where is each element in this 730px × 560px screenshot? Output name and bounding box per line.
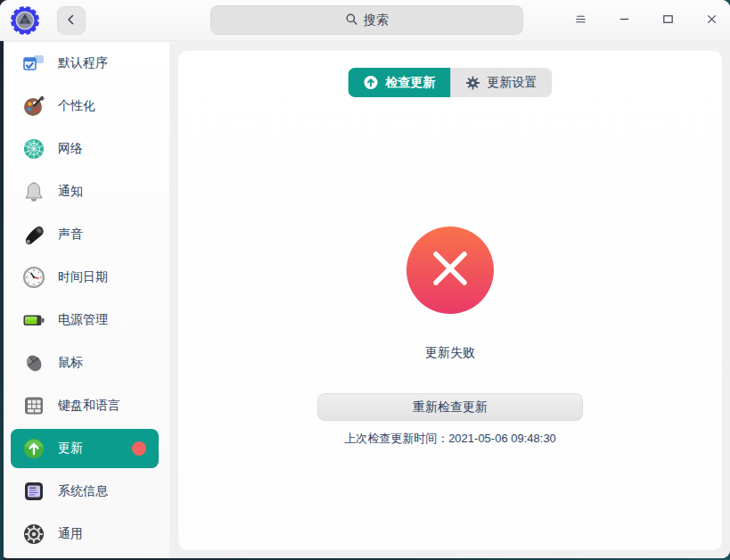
sidebar-item-label: 默认程序 <box>58 55 108 71</box>
window-controls <box>567 7 725 34</box>
titlebar: 搜索 <box>0 0 730 41</box>
system-info-icon <box>21 479 46 504</box>
search-placeholder: 搜索 <box>364 12 389 29</box>
update-icon <box>21 436 46 461</box>
mouse-icon <box>21 350 46 375</box>
network-icon <box>21 136 46 161</box>
sidebar-item-mouse[interactable]: 鼠标 <box>0 342 169 384</box>
back-button[interactable] <box>57 6 86 35</box>
sidebar-item-label: 更新 <box>58 441 83 457</box>
status-text: 更新失败 <box>178 345 722 361</box>
tab-check-updates[interactable]: 检查更新 <box>349 68 451 97</box>
close-button[interactable] <box>698 7 725 34</box>
sidebar-item-label: 键盘和语言 <box>58 398 120 414</box>
sidebar-item-keyboard-language[interactable]: 键盘和语言 <box>0 384 169 427</box>
tab-label: 更新设置 <box>488 75 537 91</box>
recheck-updates-button[interactable]: 重新检查更新 <box>317 393 583 421</box>
chevron-left-icon <box>64 12 78 29</box>
tab-label: 检查更新 <box>386 75 436 91</box>
sidebar-item-label: 通知 <box>58 184 83 200</box>
sidebar: 默认程序 个性化 网络 通知 声音 时间日期 电源管理 <box>0 42 169 558</box>
sidebar-item-label: 通用 <box>58 526 83 542</box>
sidebar-item-default-apps[interactable]: 默认程序 <box>0 42 169 85</box>
sidebar-item-label: 鼠标 <box>58 355 83 371</box>
sidebar-item-label: 个性化 <box>58 98 95 114</box>
power-icon <box>21 308 46 333</box>
sidebar-item-personalization[interactable]: 个性化 <box>0 85 169 128</box>
maximize-button[interactable] <box>654 7 681 34</box>
search-input[interactable]: 搜索 <box>210 5 523 35</box>
notifications-icon <box>21 179 46 204</box>
update-badge <box>132 441 146 456</box>
sidebar-item-label: 时间日期 <box>58 269 108 285</box>
last-check-time: 上次检查更新时间：2021-05-06 09:48:30 <box>178 431 722 447</box>
time-date-icon <box>21 265 46 290</box>
search-icon <box>345 12 358 29</box>
sidebar-item-sound[interactable]: 声音 <box>0 213 169 256</box>
sidebar-item-time-date[interactable]: 时间日期 <box>0 256 169 299</box>
sidebar-item-label: 网络 <box>58 141 83 157</box>
tab-update-settings[interactable]: 更新设置 <box>451 68 553 97</box>
cross-icon <box>406 225 494 316</box>
sidebar-item-network[interactable]: 网络 <box>0 128 169 170</box>
sidebar-item-system-info[interactable]: 系统信息 <box>0 470 169 513</box>
sidebar-item-label: 系统信息 <box>58 483 108 499</box>
sound-icon <box>21 222 46 247</box>
sidebar-item-label: 声音 <box>58 226 83 243</box>
update-panel: 检查更新 <box>178 51 722 550</box>
desktop-edge <box>0 41 4 560</box>
sidebar-item-update[interactable]: 更新 <box>11 429 159 468</box>
app-window: 搜索 <box>0 0 730 558</box>
keyboard-language-icon <box>21 393 46 418</box>
minimize-button[interactable] <box>611 7 637 34</box>
control-center-app-icon <box>7 3 43 38</box>
sidebar-item-notifications[interactable]: 通知 <box>0 170 169 213</box>
default-apps-icon <box>21 51 46 76</box>
menu-button[interactable] <box>567 7 594 34</box>
hamburger-menu-icon <box>574 12 587 29</box>
sidebar-item-power[interactable]: 电源管理 <box>0 299 169 342</box>
tab-group: 检查更新 <box>349 68 553 97</box>
content-area: 检查更新 <box>169 42 730 558</box>
maximize-icon <box>661 12 675 29</box>
minimize-icon <box>618 12 631 29</box>
sidebar-item-label: 电源管理 <box>58 312 108 328</box>
gear-icon <box>466 76 480 90</box>
close-icon <box>705 12 718 29</box>
personalization-icon <box>21 94 46 119</box>
general-icon <box>21 522 46 547</box>
update-failed-icon <box>406 226 494 314</box>
sidebar-item-general[interactable]: 通用 <box>0 513 169 556</box>
update-arrow-icon <box>364 75 379 90</box>
